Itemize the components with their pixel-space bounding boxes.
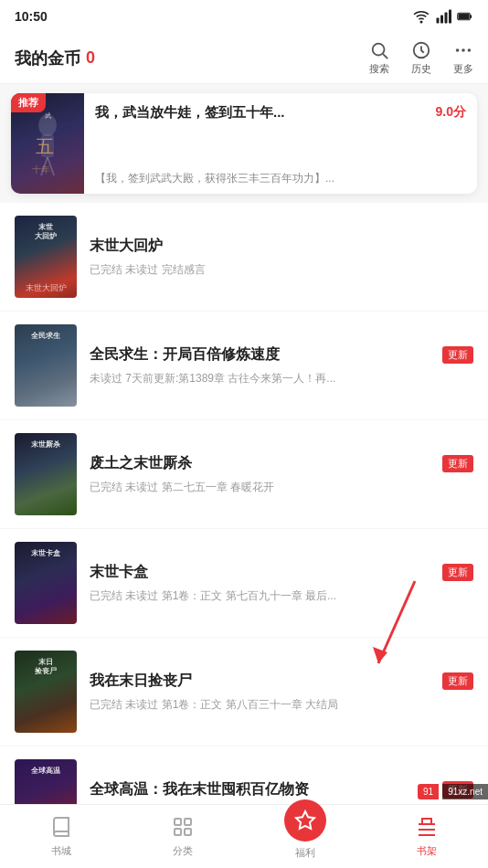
featured-title: 我，武当放牛娃，签到五十年... xyxy=(95,104,432,122)
update-badge-1: 更新 xyxy=(442,346,473,364)
svg-rect-23 xyxy=(175,819,181,825)
book-meta-1: 未读过 7天前更新:第1389章 古往今来第一人！再... xyxy=(90,370,473,386)
clock-icon xyxy=(411,40,431,60)
bottom-nav: 书城 分类 福利 xyxy=(0,804,488,868)
nav-item-bookstore[interactable]: 书城 xyxy=(0,805,122,868)
history-label: 历史 xyxy=(411,62,431,76)
book-title-row-4: 我在末日捡丧尸 更新 xyxy=(90,672,473,691)
nav-label-shelf: 书架 xyxy=(417,844,437,858)
book-title-4: 我在末日捡丧尸 xyxy=(90,672,435,691)
book-info-3: 末世卡盒 更新 已完结 未读过 第1卷：正文 第七百九十一章 最后... xyxy=(90,563,473,604)
update-badge-4: 更新 xyxy=(442,672,473,690)
book-title-row-0: 末世大回炉 xyxy=(90,237,473,256)
cover-title-text-3: 末世卡盒 xyxy=(15,549,77,558)
cover-text-0: 末世大回炉 xyxy=(15,283,77,294)
featured-desc: 【我，签到武武大殿，获得张三丰三百年功力】... xyxy=(95,170,466,186)
book-title-2: 废土之末世厮杀 xyxy=(90,454,435,473)
update-badge-5: 更新 xyxy=(442,781,473,799)
svg-text:五: 五 xyxy=(36,136,54,156)
book-cover-0: 末世大回炉 末世大回炉 xyxy=(15,216,77,298)
more-label: 更多 xyxy=(453,62,473,76)
nav-label-category: 分类 xyxy=(173,844,193,858)
book-cover-4: 末日捡丧尸 xyxy=(15,651,77,733)
featured-cover-art: 武 五 十年 xyxy=(25,107,70,180)
search-icon xyxy=(369,40,389,60)
svg-rect-4 xyxy=(449,10,451,24)
svg-text:武: 武 xyxy=(45,112,51,119)
book-title-1: 全民求生：开局百倍修炼速度 xyxy=(90,345,435,365)
svg-rect-25 xyxy=(175,829,181,835)
book-info-1: 全民求生：开局百倍修炼速度 更新 未读过 7天前更新:第1389章 古往今来第一… xyxy=(90,345,473,386)
header-title: 我的金币 xyxy=(15,48,80,69)
book-list: 末世大回炉 末世大回炉 末世大回炉 已完结 未读过 完结感言 全民求生 全民求生… xyxy=(0,203,488,868)
featured-badge: 推荐 xyxy=(11,93,46,112)
book-title-row-2: 废土之末世厮杀 更新 xyxy=(90,454,473,473)
cover-title-text-0: 末世大回炉 xyxy=(15,223,77,242)
header: 我的金币 0 搜索 历史 更多 xyxy=(0,33,488,84)
book-title-3: 末世卡盒 xyxy=(90,563,435,582)
featured-text-area: 我，武当放牛娃，签到五十年... 9.0分 【我，签到武武大殿，获得张三丰三百年… xyxy=(84,93,477,194)
cover-title-text-1: 全民求生 xyxy=(15,332,77,341)
status-icons xyxy=(413,8,473,25)
book-cover-3: 末世卡盒 xyxy=(15,542,77,624)
more-action[interactable]: 更多 xyxy=(453,40,473,76)
svg-point-11 xyxy=(456,48,460,52)
book-icon xyxy=(50,816,72,842)
nav-item-welfare[interactable]: 福利 xyxy=(244,814,366,860)
book-title-0: 末世大回炉 xyxy=(90,237,473,256)
update-badge-2: 更新 xyxy=(442,455,473,472)
book-cover-2: 末世厮杀 xyxy=(15,433,77,515)
featured-score: 9.0分 xyxy=(436,104,466,121)
search-action[interactable]: 搜索 xyxy=(369,40,389,76)
header-actions: 搜索 历史 更多 xyxy=(369,40,473,76)
svg-point-8 xyxy=(373,44,385,56)
book-item-3[interactable]: 末世卡盒 末世卡盒 更新 已完结 未读过 第1卷：正文 第七百九十一章 最后..… xyxy=(0,529,488,638)
book-item-1[interactable]: 全民求生 全民求生：开局百倍修炼速度 更新 未读过 7天前更新:第1389章 古… xyxy=(0,312,488,420)
coin-count: 0 xyxy=(86,48,95,68)
svg-point-13 xyxy=(468,48,472,52)
svg-rect-2 xyxy=(440,16,443,24)
more-icon xyxy=(453,40,473,60)
book-item-0[interactable]: 末世大回炉 末世大回炉 末世大回炉 已完结 未读过 完结感言 xyxy=(0,203,488,312)
book-item-4[interactable]: 末日捡丧尸 我在末日捡丧尸 更新 已完结 未读过 第1卷：正文 第八百三十一章 … xyxy=(0,638,488,746)
svg-rect-24 xyxy=(185,819,191,825)
svg-rect-7 xyxy=(459,14,470,19)
book-item-2[interactable]: 末世厮杀 废土之末世厮杀 更新 已完结 未读过 第二七五一章 春暖花开 xyxy=(0,420,488,529)
svg-point-0 xyxy=(420,21,422,23)
book-title-row-1: 全民求生：开局百倍修炼速度 更新 xyxy=(90,345,473,365)
nav-label-bookstore: 书城 xyxy=(51,844,71,858)
cover-title-text-5: 全球高温 xyxy=(15,767,77,776)
book-meta-2: 已完结 未读过 第二七五一章 春暖花开 xyxy=(90,479,473,495)
svg-point-12 xyxy=(461,48,465,52)
book-info-4: 我在末日捡丧尸 更新 已完结 未读过 第1卷：正文 第八百三十一章 大结局 xyxy=(90,672,473,713)
book-title-row-5: 全球高温：我在末世囤积百亿物资 更新 xyxy=(90,780,473,799)
cover-title-text-4: 末日捡丧尸 xyxy=(15,658,77,677)
book-meta-0: 已完结 未读过 完结感言 xyxy=(90,261,473,278)
battery-icon xyxy=(457,8,473,25)
nav-item-category[interactable]: 分类 xyxy=(122,805,245,868)
wifi-icon xyxy=(413,8,430,25)
featured-title-row: 我，武当放牛娃，签到五十年... 9.0分 xyxy=(95,104,466,122)
svg-rect-1 xyxy=(437,18,440,24)
svg-line-9 xyxy=(383,54,387,58)
signal-icon xyxy=(435,8,451,25)
shelf-icon xyxy=(416,816,438,842)
svg-rect-3 xyxy=(445,13,448,24)
svg-rect-6 xyxy=(470,15,472,18)
status-bar: 10:50 xyxy=(0,0,488,33)
header-left: 我的金币 0 xyxy=(15,48,95,69)
book-info-0: 末世大回炉 已完结 未读过 完结感言 xyxy=(90,237,473,278)
book-meta-3: 已完结 未读过 第1卷：正文 第七百九十一章 最后... xyxy=(90,587,473,604)
book-title-row-3: 末世卡盒 更新 xyxy=(90,563,473,582)
svg-rect-26 xyxy=(185,829,191,835)
welfare-circle xyxy=(284,799,326,842)
featured-banner[interactable]: 推荐 武 五 十年 我，武当放牛娃，签到五十年... 9.0分 【我，签到武武大… xyxy=(11,93,477,194)
grid-icon xyxy=(172,816,194,842)
search-label: 搜索 xyxy=(369,62,389,76)
history-action[interactable]: 历史 xyxy=(411,40,431,76)
update-badge-3: 更新 xyxy=(442,564,473,581)
book-info-2: 废土之末世厮杀 更新 已完结 未读过 第二七五一章 春暖花开 xyxy=(90,454,473,495)
status-time: 10:50 xyxy=(15,9,48,24)
book-cover-1: 全民求生 xyxy=(15,324,77,407)
nav-item-shelf[interactable]: 书架 xyxy=(366,805,489,868)
